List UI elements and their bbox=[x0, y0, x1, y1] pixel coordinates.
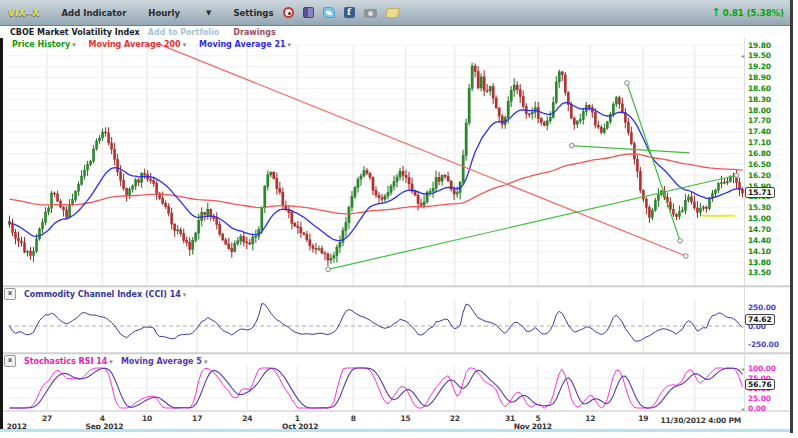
chevron-down-icon: ▾ bbox=[72, 41, 76, 49]
facebook-icon[interactable]: f bbox=[344, 7, 355, 18]
charting-app-window: VIX--X Add Indicator Hourly ▼ Settings f… bbox=[0, 0, 793, 433]
timeframe-caret-icon[interactable]: ▼ bbox=[206, 9, 211, 17]
stoch-panel-header: x Stochastics RSI 14▾ Moving Average 5▾ bbox=[4, 355, 207, 367]
close-stoch-panel-button[interactable]: x bbox=[4, 355, 16, 367]
change-text: 0.81 (5.38%) bbox=[723, 8, 784, 18]
chevron-down-icon: ▾ bbox=[109, 358, 113, 366]
stoch-chart-plot[interactable] bbox=[8, 366, 744, 410]
timeframe-dropdown[interactable]: Hourly bbox=[148, 8, 180, 18]
legend-price-history[interactable]: Price History▾ bbox=[12, 40, 76, 49]
add-to-portfolio-link[interactable]: Add to Portfolio bbox=[148, 28, 220, 37]
add-indicator-button[interactable]: Add Indicator bbox=[62, 8, 127, 18]
window-left-border bbox=[0, 26, 3, 430]
legend-ma200[interactable]: Moving Average 200▾ bbox=[89, 40, 187, 49]
chevron-down-icon: ▾ bbox=[288, 41, 292, 49]
instrument-title: CBOE Market Volatility Index bbox=[10, 28, 140, 37]
stoch-ma-title[interactable]: Moving Average 5▾ bbox=[121, 357, 208, 366]
toolbar: VIX--X Add Indicator Hourly ▼ Settings f… bbox=[0, 0, 790, 26]
camera-icon[interactable] bbox=[364, 9, 377, 18]
window-bottom-edge bbox=[0, 429, 790, 432]
stoch-title[interactable]: Stochastics RSI 14▾ bbox=[24, 357, 113, 366]
cci-panel-header: x Commodity Channel Index (CCI) 14▾ bbox=[4, 288, 186, 300]
chevron-down-icon: ▾ bbox=[183, 41, 187, 49]
cci-title[interactable]: Commodity Channel Index (CCI) 14▾ bbox=[24, 290, 186, 299]
twitter-icon[interactable] bbox=[323, 7, 335, 18]
chevron-down-icon: ▾ bbox=[183, 291, 187, 299]
drawings-menu[interactable]: Drawings bbox=[233, 28, 275, 37]
cci-chart-plot[interactable] bbox=[8, 300, 744, 352]
symbol-label[interactable]: VIX--X bbox=[8, 8, 40, 18]
books-icon[interactable] bbox=[303, 7, 314, 18]
settings-button[interactable]: Settings bbox=[233, 8, 273, 18]
price-legend: Price History▾ Moving Average 200▾ Movin… bbox=[12, 40, 301, 49]
notes-icon[interactable] bbox=[384, 8, 399, 18]
alert-icon[interactable] bbox=[283, 7, 294, 18]
subheader: CBOE Market Volatility Index Add to Port… bbox=[0, 26, 790, 38]
up-arrow-icon: ↑ bbox=[712, 6, 721, 19]
last-price-box: 15.71 bbox=[745, 187, 775, 198]
price-chart-plot[interactable] bbox=[8, 40, 744, 285]
price-change-indicator: ↑ 0.81 (5.38%) bbox=[712, 6, 784, 19]
chevron-down-icon: ▾ bbox=[204, 358, 208, 366]
close-cci-panel-button[interactable]: x bbox=[4, 288, 16, 300]
stoch-value-box: 56.76 bbox=[745, 379, 775, 390]
cci-value-box: 74.62 bbox=[745, 314, 775, 325]
legend-ma21[interactable]: Moving Average 21▾ bbox=[199, 40, 291, 49]
